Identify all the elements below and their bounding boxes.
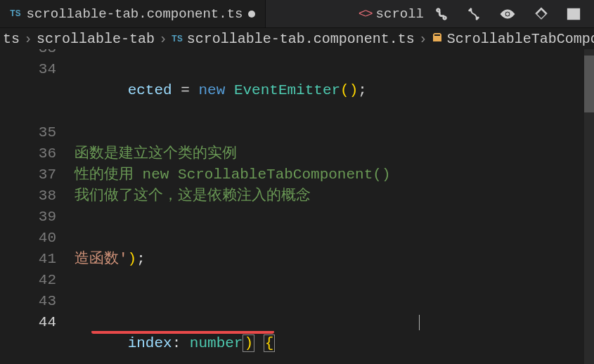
preview-icon[interactable] (498, 6, 517, 22)
line-number: 36 (0, 143, 75, 164)
class-icon (432, 31, 443, 47)
line-number: 41 (0, 249, 75, 270)
line-number: 38 (0, 186, 75, 207)
line-number: 39 (0, 207, 75, 228)
line-number: 33 (0, 49, 75, 59)
code-line: 44 index: number) { (0, 312, 594, 364)
breadcrumb-label: scrollable-tab.component.ts (187, 31, 415, 47)
code-line: 35 (0, 122, 594, 143)
compare-icon[interactable] (466, 6, 482, 22)
unsaved-dot-icon (248, 11, 255, 18)
line-number: 44 (0, 312, 75, 333)
code-line: 34 ected = new EventEmitter(); (0, 59, 594, 122)
line-number: 40 (0, 228, 75, 249)
tab-filename: scrollable-tab.component.ts (27, 6, 243, 22)
editor-scrollbar[interactable] (584, 49, 594, 364)
line-number: 43 (0, 291, 75, 312)
code-line: 43 (0, 291, 594, 312)
code-editor[interactable]: 33 srcolor 'brown'; 34 ected = new Event… (0, 49, 594, 364)
title-action-label: scroll (376, 6, 424, 22)
breadcrumb-item[interactable]: TS scrollable-tab.component.ts (172, 31, 415, 47)
typescript-icon: TS (10, 8, 21, 19)
code-line: 41 造函数'); (0, 249, 594, 270)
code-line: 36 函数是建立这个类的实例 (0, 143, 594, 164)
editor-tab-bar: TS scrollable-tab.component.ts <> scroll (0, 0, 594, 28)
scrollbar-thumb[interactable] (584, 56, 594, 112)
code-line: 40 (0, 228, 594, 249)
chevron-right-icon: › (20, 31, 37, 47)
breadcrumb-item[interactable]: ScrollableTabComponent (432, 31, 594, 47)
chevron-right-icon: › (155, 31, 172, 47)
chevron-right-icon: › (415, 31, 432, 47)
code-line: 39 (0, 207, 594, 228)
code-bracket-icon: <> (359, 6, 372, 22)
title-bar-action[interactable]: <> scroll (349, 6, 434, 22)
text-cursor-icon (419, 315, 420, 330)
git-branch-icon[interactable] (534, 6, 549, 22)
breadcrumb-item[interactable]: ts (3, 31, 20, 47)
editor-toolbar-icons (434, 6, 594, 22)
breadcrumb-label: ScrollableTabComponent (447, 31, 594, 47)
breadcrumb-item[interactable]: scrollable-tab (37, 31, 155, 47)
line-number: 42 (0, 270, 75, 291)
code-line: 38 我们做了这个，这是依赖注入的概念 (0, 186, 594, 207)
line-number: 35 (0, 122, 75, 143)
breadcrumb[interactable]: ts › scrollable-tab › TS scrollable-tab.… (0, 28, 594, 49)
source-control-icon[interactable] (434, 6, 449, 22)
line-number: 34 (0, 59, 75, 80)
editor-tab[interactable]: TS scrollable-tab.component.ts (0, 0, 266, 27)
typescript-icon: TS (172, 34, 183, 44)
line-number: 37 (0, 164, 75, 186)
split-editor-icon[interactable] (566, 6, 581, 22)
svg-rect-1 (574, 9, 579, 18)
code-line: 37 性的使用 new ScrollableTabComponent() (0, 164, 594, 186)
annotation-underline (91, 331, 274, 334)
code-line: 33 srcolor 'brown'; (0, 49, 594, 59)
code-line: 42 (0, 270, 594, 291)
